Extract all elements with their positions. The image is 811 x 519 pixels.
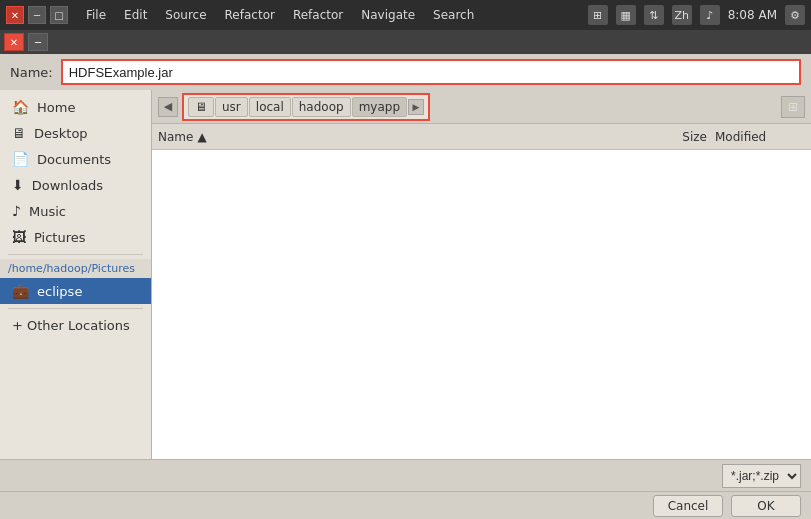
downloads-icon: ⬇ — [12, 177, 24, 193]
file-area: ◀ 🖥 usr local hadoop myapp ▶ ⊞ Name ▲ Si… — [152, 90, 811, 459]
sidebar-separator2 — [8, 308, 143, 309]
path-crumb-local[interactable]: local — [249, 97, 291, 117]
name-label: Name: — [10, 65, 53, 80]
sidebar-label-desktop: Desktop — [34, 126, 88, 141]
home-icon: 🏠 — [12, 99, 29, 115]
new-folder-button[interactable]: ⊞ — [781, 96, 805, 118]
music-icon: ♪ — [12, 203, 21, 219]
col-header-size[interactable]: Size — [655, 130, 715, 144]
window-min-button[interactable]: ─ — [28, 33, 48, 51]
sidebar-label-music: Music — [29, 204, 66, 219]
col-header-name[interactable]: Name ▲ — [158, 130, 655, 144]
main-area: 🏠 Home 🖥 Desktop 📄 Documents ⬇ Downloads… — [0, 90, 811, 459]
sidebar-label-home: Home — [37, 100, 75, 115]
sidebar-label-downloads: Downloads — [32, 178, 103, 193]
sidebar-item-music[interactable]: ♪ Music — [0, 198, 151, 224]
path-crumb-hadoop[interactable]: hadoop — [292, 97, 351, 117]
menu-refactor2[interactable]: Refactor — [285, 5, 351, 25]
path-crumb-myapp[interactable]: myapp — [352, 97, 407, 117]
sidebar-item-documents[interactable]: 📄 Documents — [0, 146, 151, 172]
titlebar-close-button[interactable]: ✕ — [6, 6, 24, 24]
titlebar-min-button[interactable]: ─ — [28, 6, 46, 24]
sidebar-item-pictures[interactable]: 🖼 Pictures — [0, 224, 151, 250]
sidebar-item-downloads[interactable]: ⬇ Downloads — [0, 172, 151, 198]
menu-source[interactable]: Source — [157, 5, 214, 25]
window-bar: ✕ ─ — [0, 30, 811, 54]
sidebar-item-eclipse[interactable]: 💼 eclipse — [0, 278, 151, 304]
titlebar-controls: ✕ ─ □ — [6, 6, 68, 24]
grid-icon: ▦ — [616, 5, 636, 25]
menu-edit[interactable]: Edit — [116, 5, 155, 25]
sidebar-item-other-locations[interactable]: + Other Locations — [0, 313, 151, 338]
clock: 8:08 AM — [728, 8, 777, 22]
sidebar-label-eclipse: eclipse — [37, 284, 82, 299]
layout-icon: ⊞ — [588, 5, 608, 25]
titlebar-right: ⊞ ▦ ⇅ Zh ♪ 8:08 AM ⚙ — [588, 5, 805, 25]
transfer-icon: ⇅ — [644, 5, 664, 25]
settings-icon: ⚙ — [785, 5, 805, 25]
path-crumb-usr[interactable]: usr — [215, 97, 248, 117]
cancel-button[interactable]: Cancel — [653, 495, 723, 517]
filename-input[interactable] — [61, 59, 801, 85]
bottombar: *.jar;*.zip All Files *.jar *.zip — [0, 459, 811, 491]
titlebar: ✕ ─ □ File Edit Source Refactor Refactor… — [0, 0, 811, 30]
menu-refactor1[interactable]: Refactor — [217, 5, 283, 25]
sidebar-label-other-locations: + Other Locations — [12, 318, 130, 333]
menu-file[interactable]: File — [78, 5, 114, 25]
titlebar-menu: File Edit Source Refactor Refactor Navig… — [78, 5, 584, 25]
sidebar-label-pictures: Pictures — [34, 230, 85, 245]
namebar: Name: — [0, 54, 811, 90]
col-name-label: Name — [158, 130, 193, 144]
path-crumb-root[interactable]: 🖥 — [188, 97, 214, 117]
sidebar-label-documents: Documents — [37, 152, 111, 167]
pathbar: ◀ 🖥 usr local hadoop myapp ▶ ⊞ — [152, 90, 811, 124]
desktop-icon: 🖥 — [12, 125, 26, 141]
sidebar: 🏠 Home 🖥 Desktop 📄 Documents ⬇ Downloads… — [0, 90, 152, 459]
col-header-modified[interactable]: Modified — [715, 130, 805, 144]
filelist-header: Name ▲ Size Modified — [152, 124, 811, 150]
sort-arrow-icon: ▲ — [197, 130, 206, 144]
volume-icon: ♪ — [700, 5, 720, 25]
sidebar-item-home[interactable]: 🏠 Home — [0, 94, 151, 120]
path-crumbs: 🖥 usr local hadoop myapp ▶ — [182, 93, 430, 121]
window-close-button[interactable]: ✕ — [4, 33, 24, 51]
path-expand-button[interactable]: ▶ — [408, 99, 424, 115]
eclipse-icon: 💼 — [12, 283, 29, 299]
documents-icon: 📄 — [12, 151, 29, 167]
btnbar: Cancel OK — [0, 491, 811, 519]
filter-select[interactable]: *.jar;*.zip All Files *.jar *.zip — [722, 464, 801, 488]
menu-search[interactable]: Search — [425, 5, 482, 25]
filelist-body — [152, 150, 811, 459]
path-back-button[interactable]: ◀ — [158, 97, 178, 117]
sidebar-path: /home/hadoop/Pictures — [0, 259, 151, 278]
pictures-icon: 🖼 — [12, 229, 26, 245]
menu-navigate[interactable]: Navigate — [353, 5, 423, 25]
sidebar-item-desktop[interactable]: 🖥 Desktop — [0, 120, 151, 146]
titlebar-max-button[interactable]: □ — [50, 6, 68, 24]
lang-indicator: Zh — [672, 5, 692, 25]
ok-button[interactable]: OK — [731, 495, 801, 517]
sidebar-separator — [8, 254, 143, 255]
